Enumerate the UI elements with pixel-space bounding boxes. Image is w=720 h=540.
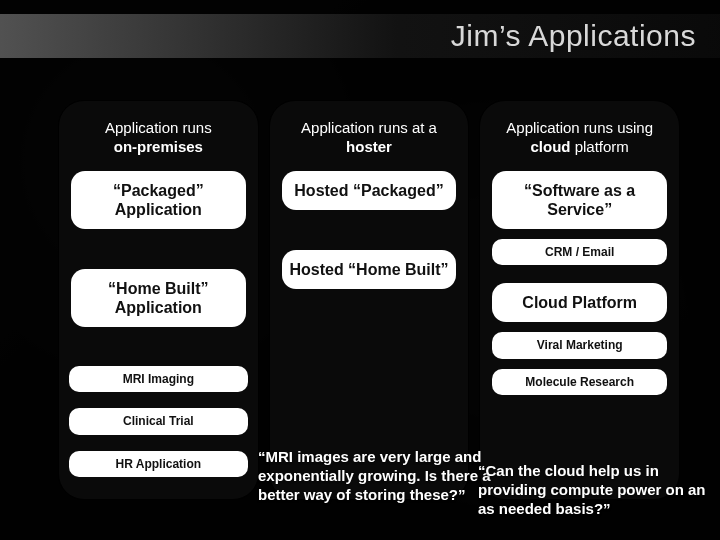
columns-row: Application runs on-premises “Packaged” … — [58, 100, 680, 500]
column-cloud: Application runs using cloud platform “S… — [479, 100, 680, 500]
cell-homebuilt-app: “Home Built” Application — [71, 269, 246, 327]
cell-saas: “Software as a Service” — [492, 171, 667, 229]
row-gap — [282, 220, 457, 250]
cell-cloud-platform: Cloud Platform — [492, 283, 667, 322]
row-gap — [71, 239, 246, 269]
column-header-line2: on-premises — [71, 138, 246, 157]
row-gap — [492, 275, 667, 283]
column-header: Application runs on-premises — [71, 119, 246, 157]
title-bar: Jim’s Applications — [0, 14, 720, 58]
pill-mri-imaging: MRI Imaging — [69, 366, 248, 392]
pill-stack-on-prem: MRI Imaging Clinical Trial HR Applicatio… — [69, 366, 248, 487]
column-header-light: platform — [571, 138, 629, 155]
column-header: Application runs at a hoster — [282, 119, 457, 157]
column-header-line2: cloud platform — [492, 138, 667, 157]
pill-hr-application: HR Application — [69, 451, 248, 477]
column-hoster: Application runs at a hoster Hosted “Pac… — [269, 100, 470, 500]
column-header-line2: hoster — [282, 138, 457, 157]
column-header: Application runs using cloud platform — [492, 119, 667, 157]
column-header-line1: Application runs — [71, 119, 246, 138]
pill-clinical-trial: Clinical Trial — [69, 408, 248, 434]
pill-molecule-research: Molecule Research — [492, 369, 667, 395]
cell-hosted-packaged: Hosted “Packaged” — [282, 171, 457, 210]
cell-hosted-homebuilt: Hosted “Home Built” — [282, 250, 457, 289]
column-header-strong: cloud — [531, 138, 571, 155]
overlay-quote-cloud: “Can the cloud help us in providing comp… — [478, 462, 708, 518]
column-header-line1: Application runs using — [492, 119, 667, 138]
column-on-premises: Application runs on-premises “Packaged” … — [58, 100, 259, 500]
pill-crm-email: CRM / Email — [492, 239, 667, 265]
column-header-line1: Application runs at a — [282, 119, 457, 138]
cell-packaged-app: “Packaged” Application — [71, 171, 246, 229]
page-title: Jim’s Applications — [451, 19, 696, 53]
pill-viral-marketing: Viral Marketing — [492, 332, 667, 358]
overlay-quote-mri: “MRI images are very large and exponenti… — [258, 448, 508, 504]
